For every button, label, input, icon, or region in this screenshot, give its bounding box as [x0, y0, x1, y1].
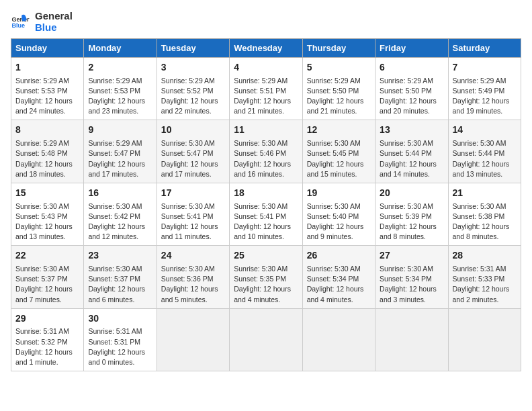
svg-text:General: General — [11, 15, 30, 22]
weekday-header-tuesday: Tuesday — [157, 39, 229, 58]
calendar-cell: 8Sunrise: 5:29 AMSunset: 5:48 PMDaylight… — [11, 120, 84, 183]
day-info: Sunrise: 5:30 AMSunset: 5:44 PMDaylight:… — [453, 138, 517, 179]
calendar-cell: 22Sunrise: 5:30 AMSunset: 5:37 PMDayligh… — [11, 246, 84, 308]
calendar-cell: 30Sunrise: 5:31 AMSunset: 5:31 PMDayligh… — [84, 308, 157, 371]
calendar-cell: 18Sunrise: 5:30 AMSunset: 5:41 PMDayligh… — [230, 183, 302, 245]
calendar-cell: 16Sunrise: 5:30 AMSunset: 5:42 PMDayligh… — [84, 183, 157, 245]
day-number: 12 — [307, 124, 371, 137]
calendar-cell: 25Sunrise: 5:30 AMSunset: 5:35 PMDayligh… — [230, 246, 302, 308]
calendar-cell: 23Sunrise: 5:30 AMSunset: 5:37 PMDayligh… — [84, 246, 157, 308]
week-row-3: 15Sunrise: 5:30 AMSunset: 5:43 PMDayligh… — [11, 183, 521, 245]
calendar-cell: 29Sunrise: 5:31 AMSunset: 5:32 PMDayligh… — [11, 308, 84, 371]
calendar-table: SundayMondayTuesdayWednesdayThursdayFrid… — [11, 38, 521, 371]
day-info: Sunrise: 5:31 AMSunset: 5:33 PMDaylight:… — [453, 264, 517, 305]
calendar-cell: 12Sunrise: 5:30 AMSunset: 5:45 PMDayligh… — [302, 120, 375, 183]
calendar-cell: 26Sunrise: 5:30 AMSunset: 5:34 PMDayligh… — [302, 246, 375, 308]
calendar-body: 1Sunrise: 5:29 AMSunset: 5:53 PMDaylight… — [11, 58, 521, 371]
calendar-cell: 5Sunrise: 5:29 AMSunset: 5:50 PMDaylight… — [302, 58, 375, 120]
day-info: Sunrise: 5:30 AMSunset: 5:38 PMDaylight:… — [453, 201, 517, 242]
day-info: Sunrise: 5:30 AMSunset: 5:47 PMDaylight:… — [161, 138, 225, 179]
day-number: 5 — [307, 61, 371, 75]
calendar-cell: 15Sunrise: 5:30 AMSunset: 5:43 PMDayligh… — [11, 183, 84, 245]
day-number: 18 — [234, 187, 298, 200]
day-number: 26 — [307, 249, 371, 263]
calendar-cell: 19Sunrise: 5:30 AMSunset: 5:40 PMDayligh… — [302, 183, 375, 245]
day-number: 20 — [380, 187, 443, 200]
day-number: 14 — [453, 124, 517, 137]
day-number: 24 — [161, 249, 225, 263]
day-number: 21 — [453, 187, 517, 200]
day-number: 9 — [88, 124, 152, 137]
day-number: 13 — [380, 124, 443, 137]
logo-blue: Blue — [35, 22, 73, 34]
day-info: Sunrise: 5:30 AMSunset: 5:45 PMDaylight:… — [307, 138, 371, 179]
day-info: Sunrise: 5:30 AMSunset: 5:37 PMDaylight:… — [15, 264, 79, 305]
day-number: 10 — [161, 124, 225, 137]
day-info: Sunrise: 5:29 AMSunset: 5:50 PMDaylight:… — [380, 76, 443, 117]
day-number: 1 — [15, 61, 79, 75]
weekday-header-sunday: Sunday — [11, 39, 84, 58]
day-info: Sunrise: 5:30 AMSunset: 5:39 PMDaylight:… — [380, 201, 443, 242]
day-info: Sunrise: 5:30 AMSunset: 5:34 PMDaylight:… — [307, 264, 371, 305]
day-info: Sunrise: 5:30 AMSunset: 5:37 PMDaylight:… — [88, 264, 152, 305]
calendar-cell — [375, 308, 448, 371]
week-row-1: 1Sunrise: 5:29 AMSunset: 5:53 PMDaylight… — [11, 58, 521, 120]
week-row-5: 29Sunrise: 5:31 AMSunset: 5:32 PMDayligh… — [11, 308, 521, 371]
weekday-header-saturday: Saturday — [448, 39, 521, 58]
day-info: Sunrise: 5:29 AMSunset: 5:52 PMDaylight:… — [161, 76, 225, 117]
calendar-cell — [157, 308, 229, 371]
calendar-cell: 1Sunrise: 5:29 AMSunset: 5:53 PMDaylight… — [11, 58, 84, 120]
calendar-cell: 13Sunrise: 5:30 AMSunset: 5:44 PMDayligh… — [375, 120, 448, 183]
day-info: Sunrise: 5:30 AMSunset: 5:41 PMDaylight:… — [234, 201, 298, 242]
day-number: 4 — [234, 61, 298, 75]
day-info: Sunrise: 5:29 AMSunset: 5:47 PMDaylight:… — [88, 138, 152, 179]
day-info: Sunrise: 5:30 AMSunset: 5:35 PMDaylight:… — [234, 264, 298, 305]
day-info: Sunrise: 5:30 AMSunset: 5:36 PMDaylight:… — [161, 264, 225, 305]
calendar-cell: 4Sunrise: 5:29 AMSunset: 5:51 PMDaylight… — [230, 58, 302, 120]
day-number: 28 — [453, 249, 517, 263]
day-info: Sunrise: 5:30 AMSunset: 5:43 PMDaylight:… — [15, 201, 79, 242]
day-number: 23 — [88, 249, 152, 263]
header: General Blue General Blue — [11, 11, 521, 33]
day-info: Sunrise: 5:30 AMSunset: 5:40 PMDaylight:… — [307, 201, 371, 242]
calendar-cell: 10Sunrise: 5:30 AMSunset: 5:47 PMDayligh… — [157, 120, 229, 183]
calendar-cell: 2Sunrise: 5:29 AMSunset: 5:53 PMDaylight… — [84, 58, 157, 120]
day-number: 30 — [88, 312, 152, 326]
calendar-cell: 7Sunrise: 5:29 AMSunset: 5:49 PMDaylight… — [448, 58, 521, 120]
day-number: 29 — [15, 312, 79, 326]
day-number: 8 — [15, 124, 79, 137]
calendar-cell: 14Sunrise: 5:30 AMSunset: 5:44 PMDayligh… — [448, 120, 521, 183]
calendar-cell — [230, 308, 302, 371]
day-info: Sunrise: 5:31 AMSunset: 5:32 PMDaylight:… — [15, 326, 79, 367]
day-info: Sunrise: 5:29 AMSunset: 5:50 PMDaylight:… — [307, 76, 371, 117]
weekday-header-thursday: Thursday — [302, 39, 375, 58]
day-number: 7 — [453, 61, 517, 75]
day-info: Sunrise: 5:31 AMSunset: 5:31 PMDaylight:… — [88, 326, 152, 367]
weekday-header-wednesday: Wednesday — [230, 39, 302, 58]
calendar-cell: 27Sunrise: 5:30 AMSunset: 5:34 PMDayligh… — [375, 246, 448, 308]
day-info: Sunrise: 5:29 AMSunset: 5:51 PMDaylight:… — [234, 76, 298, 117]
logo-general: General — [35, 11, 73, 22]
day-info: Sunrise: 5:29 AMSunset: 5:53 PMDaylight:… — [88, 76, 152, 117]
day-number: 6 — [380, 61, 443, 75]
day-number: 27 — [380, 249, 443, 263]
day-number: 11 — [234, 124, 298, 137]
day-number: 25 — [234, 249, 298, 263]
day-number: 17 — [161, 187, 225, 200]
calendar-cell: 21Sunrise: 5:30 AMSunset: 5:38 PMDayligh… — [448, 183, 521, 245]
day-info: Sunrise: 5:30 AMSunset: 5:44 PMDaylight:… — [380, 138, 443, 179]
weekday-header-friday: Friday — [375, 39, 448, 58]
weekday-header-monday: Monday — [84, 39, 157, 58]
day-info: Sunrise: 5:30 AMSunset: 5:34 PMDaylight:… — [380, 264, 443, 305]
day-info: Sunrise: 5:30 AMSunset: 5:42 PMDaylight:… — [88, 201, 152, 242]
week-row-2: 8Sunrise: 5:29 AMSunset: 5:48 PMDaylight… — [11, 120, 521, 183]
day-number: 22 — [15, 249, 79, 263]
day-number: 2 — [88, 61, 152, 75]
calendar-cell: 9Sunrise: 5:29 AMSunset: 5:47 PMDaylight… — [84, 120, 157, 183]
calendar-cell: 24Sunrise: 5:30 AMSunset: 5:36 PMDayligh… — [157, 246, 229, 308]
calendar-cell — [302, 308, 375, 371]
day-info: Sunrise: 5:29 AMSunset: 5:48 PMDaylight:… — [15, 138, 79, 179]
day-number: 3 — [161, 61, 225, 75]
weekday-header: SundayMondayTuesdayWednesdayThursdayFrid… — [11, 39, 521, 58]
calendar-cell: 28Sunrise: 5:31 AMSunset: 5:33 PMDayligh… — [448, 246, 521, 308]
